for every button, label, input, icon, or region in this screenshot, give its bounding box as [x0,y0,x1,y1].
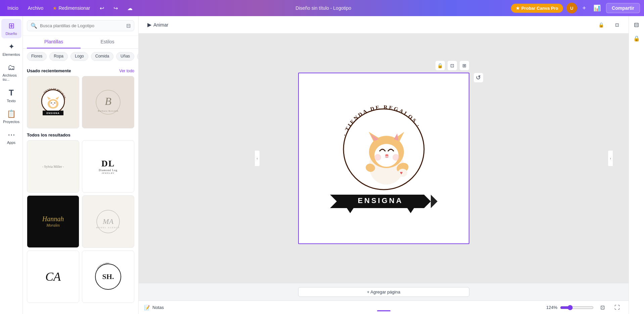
status-bar: 📝 Notas 124% ⊡ ⛶ [139,301,629,314]
search-input[interactable] [40,23,124,28]
svg-point-27 [385,154,388,157]
svg-text:SH.: SH. [102,272,114,281]
share-button[interactable]: Compartir [606,3,640,13]
icon-sidebar: ⊞ Diseño ✦ Elementos 🗂 Archivos su... T … [0,16,23,314]
sidebar-item-proyectos[interactable]: 📋 Proyectos [1,107,21,126]
template-card-sh[interactable]: SH. SANDA HARO [82,250,134,303]
canvas-frame-container: 🔒 ⊡ ⊞ ↺ [298,73,469,244]
cloud-save-button[interactable]: ☁ [124,4,136,13]
page-indicator [377,310,390,311]
canvas-area: ▶ Animar 🔒 ⊡ ‹ 🔒 ⊡ ⊞ ↺ [139,16,629,314]
try-pro-button[interactable]: ★ Probar Canva Pro [511,4,563,13]
filter-chips: Flores Ropa Logo Comida Uñas › [23,49,138,64]
redo-button[interactable]: ↪ [110,4,121,13]
lock-element-button[interactable]: 🔒 [435,61,445,71]
svg-point-29 [393,154,399,161]
resize-button[interactable]: ★ Redimensionar [49,4,93,12]
svg-text:MA: MA [102,217,113,226]
recently-used-header: Usado recientemente Ver todo [27,68,134,73]
canvas-frame[interactable]: · TIENDA DE REGALOS · [298,73,469,244]
collapse-right-arrow[interactable]: › [608,150,613,166]
nav-right-group: ★ Probar Canva Pro U + 📊 Compartir [511,3,640,13]
recent-templates-grid: · TIENDA DE REGALOS · [27,76,134,128]
tab-estilos[interactable]: Estilos [81,36,134,48]
sidebar-item-elementos[interactable]: ✦ Elementos [1,40,21,59]
canvas-lock-btn[interactable]: 🔒 [595,19,607,31]
duplicate-element-button[interactable]: ⊡ [447,61,457,71]
sidebar-item-diseno[interactable]: ⊞ Diseño [1,19,21,38]
svg-text:♥: ♥ [400,170,403,175]
main-layout: ⊞ Diseño ✦ Elementos 🗂 Archivos su... T … [0,16,644,314]
add-page-button[interactable]: + [581,3,588,13]
template-card-dl[interactable]: DL Diamond Log JEWELRY [82,140,134,193]
search-icon: 🔍 [31,23,37,29]
zoom-level: 124% [546,305,557,310]
canvas-toolbar: ▶ Animar 🔒 ⊡ [139,16,629,34]
top-nav: Inicio Archivo ★ Redimensionar ↩ ↪ ☁ Dis… [0,0,644,16]
right-filter-button[interactable]: ⊟ [631,19,643,31]
svg-text:SANDA HARO: SANDA HARO [96,262,109,269]
right-lock-button[interactable]: 🔒 [631,32,643,44]
logo-design: · TIENDA DE REGALOS · [320,88,448,229]
add-element-button[interactable]: ⊞ [459,61,469,71]
fullscreen-button[interactable]: ⛶ [611,302,623,314]
chip-comida[interactable]: Comida [91,52,113,61]
stats-icon[interactable]: 📊 [591,3,603,13]
sidebar-item-apps[interactable]: ⋯ Apps [1,128,21,147]
home-button[interactable]: Inicio [4,4,22,12]
elements-icon: ✦ [8,42,14,51]
page-view-button[interactable]: ⊡ [596,302,608,314]
canvas-page-btn[interactable]: ⊡ [611,19,623,31]
svg-point-6 [53,104,54,105]
chip-logo[interactable]: Logo [71,52,88,61]
template-panel: 🔍 ⊟ Plantillas Estilos Flores Ropa Logo … [23,16,139,314]
panel-tabs: Plantillas Estilos [23,36,138,49]
file-button[interactable]: Archivo [25,4,47,12]
avatar[interactable]: U [566,3,577,13]
see-all-button[interactable]: Ver todo [119,69,134,73]
all-results-label: Todos los resultados [27,132,71,138]
sidebar-item-texto[interactable]: T Texto [1,85,21,106]
filter-icon[interactable]: ⊟ [126,23,131,29]
collapse-panel-arrow[interactable]: ‹ [255,150,260,166]
template-card-ca[interactable]: CA [27,250,79,303]
refresh-button[interactable]: ↺ [473,73,484,83]
panel-section: Usado recientemente Ver todo · TIENDA DE… [23,64,138,314]
svg-marker-38 [407,208,414,213]
canvas-right-controls: ↺ [473,73,484,83]
banner-container: ENSIGNA [330,190,438,214]
template-card-barbara[interactable]: B Barbara Kovaïth [82,76,134,128]
template-card-hannah[interactable]: Hannah Morales [27,195,79,248]
chip-unas[interactable]: Uñas [116,52,134,61]
svg-text:B: B [105,95,111,107]
notes-icon: 📝 [144,305,150,310]
apps-icon: ⋯ [8,130,15,139]
template-card-sylvia[interactable]: - Sylvia Miller - [27,140,79,193]
svg-point-3 [50,101,56,107]
animate-icon: ▶ [147,22,151,28]
svg-marker-36 [431,195,438,208]
canvas-wrapper[interactable]: ‹ 🔒 ⊡ ⊞ ↺ [139,34,629,283]
svg-text:MODEL AGENCY: MODEL AGENCY [96,227,120,229]
template-card-ma[interactable]: MA MODEL AGENCY [82,195,134,248]
projects-icon: 📋 [7,110,16,118]
zoom-slider[interactable] [560,305,594,310]
chip-ropa[interactable]: Ropa [49,52,68,61]
recently-used-label: Usado recientemente [27,68,71,73]
canvas-bottom-bar: + Agregar página [139,283,629,301]
svg-text:Barbara Kovaïth: Barbara Kovaïth [98,110,118,112]
chip-flores[interactable]: Flores [27,52,47,61]
chip-more[interactable]: › [137,52,138,61]
notes-area: 📝 Notas [144,305,164,310]
notes-label[interactable]: Notas [152,305,164,310]
tab-plantillas[interactable]: Plantillas [27,36,81,48]
undo-button[interactable]: ↩ [96,4,107,13]
template-card-ensigna[interactable]: · TIENDA DE REGALOS · [27,76,79,128]
add-page-button[interactable]: + Agregar página [298,287,469,297]
sidebar-item-archivos[interactable]: 🗂 Archivos su... [1,61,21,84]
animate-button[interactable]: ▶ Animar [144,19,172,30]
search-box: 🔍 ⊟ [27,20,134,31]
all-templates-grid: - Sylvia Miller - DL Diamond Log JEWELRY [27,140,134,303]
folder-icon: 🗂 [8,63,15,72]
right-toolbar: ⊟ 🔒 [629,16,644,314]
